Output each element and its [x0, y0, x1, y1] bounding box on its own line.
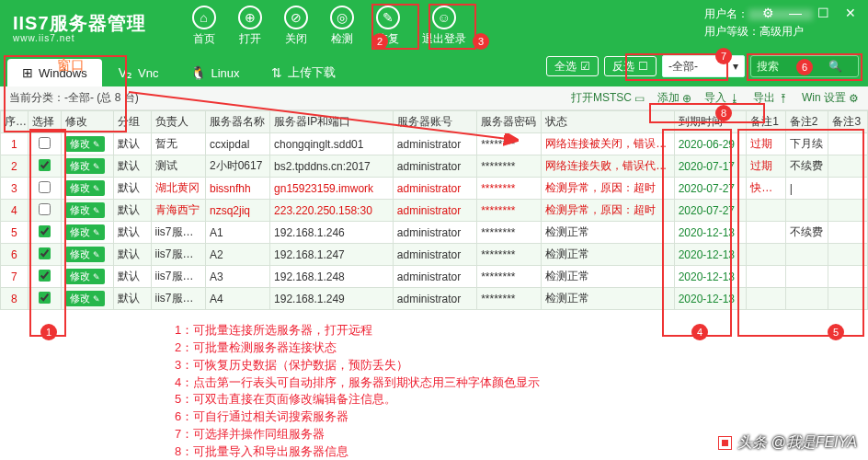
row-checkbox[interactable]	[39, 137, 51, 149]
col-header[interactable]: 修改	[61, 111, 113, 133]
legend-line: 2：可批量检测服务器连接状态	[175, 339, 540, 357]
table-row[interactable]: 1修改 ✎默认暂无ccxipdalchongqinglt.sdd01admini…	[1, 133, 868, 155]
app-subtitle: www.iis7.net	[13, 33, 146, 43]
tool-logout[interactable]: ☺退出登录	[422, 6, 466, 47]
open-mstsc-button[interactable]: 打开MSTSC ▭	[571, 90, 645, 106]
col-header[interactable]: 备注1	[747, 111, 785, 133]
summary-text: 当前分类：-全部- (总 8 台)	[9, 90, 139, 106]
legend-line: 6：可自行通过相关词搜索服务器	[175, 408, 540, 426]
row-checkbox[interactable]	[39, 203, 51, 215]
row-checkbox[interactable]	[39, 181, 51, 193]
status-cell: 网络连接被关闭，错误代码	[542, 133, 674, 155]
status-cell: 检测正常	[542, 222, 674, 244]
server-table: 序号选择修改分组负责人服务器名称服务器IP和端口服务器账号服务器密码状态到期时间…	[0, 110, 868, 310]
add-button[interactable]: 添加 ⊕	[657, 90, 691, 106]
badge-4: 4	[691, 324, 708, 340]
status-cell: 网络连接失败，错误代码5	[542, 155, 674, 178]
window-controls: ⚙ — ☐ ✕	[758, 4, 861, 22]
search-box[interactable]: 🔍	[750, 55, 859, 77]
col-header[interactable]: 服务器名称	[205, 111, 269, 133]
legend-line: 5：可双击直接在页面修改编辑备注信息。	[175, 391, 540, 408]
status-cell: 检测正常	[542, 266, 674, 288]
legend-line: 4：点击第一行表头可自动排序，服务器到期状态用三种字体颜色显示	[175, 374, 540, 392]
row-checkbox[interactable]	[39, 270, 51, 282]
col-header[interactable]: 状态	[542, 111, 674, 133]
tool-close[interactable]: ⊘关闭	[284, 6, 308, 47]
legend-line: 7：可选择并操作同组服务器	[175, 426, 540, 443]
linux-icon: 🐧	[190, 65, 206, 80]
home-icon: ⌂	[192, 6, 216, 29]
close-button[interactable]: ✕	[840, 4, 861, 22]
row-checkbox[interactable]	[39, 159, 51, 171]
tool-open[interactable]: ⊕打开	[238, 6, 262, 47]
win-settings-button[interactable]: Win 设置 ⚙	[802, 90, 859, 106]
status-cell: 检测正常	[542, 288, 674, 310]
expire-cell: 2020-07-17	[674, 155, 747, 178]
updown-icon: ⇅	[271, 65, 282, 80]
title-bar: IIS7服务器管理 www.iis7.net ⌂首页⊕打开⊘关闭◎检测✎恢复☺退…	[0, 0, 868, 52]
table-row[interactable]: 6修改 ✎默认iis7服务器A2192.168.1.247administrat…	[1, 244, 868, 266]
search-icon[interactable]: 🔍	[828, 60, 842, 73]
col-header[interactable]: 序号	[1, 111, 29, 133]
col-header[interactable]: 选择	[28, 111, 61, 133]
modify-button[interactable]: 修改 ✎	[65, 202, 105, 218]
search-input[interactable]	[757, 60, 828, 73]
settings-icon[interactable]: ⚙	[758, 4, 778, 22]
close-icon: ⊘	[284, 6, 308, 29]
modify-button[interactable]: 修改 ✎	[65, 291, 105, 306]
table-row[interactable]: 4修改 ✎默认青海西宁nzsq2jiq223.220.250.158:30adm…	[1, 200, 868, 222]
col-header[interactable]: 服务器账号	[393, 111, 476, 133]
tool-detect[interactable]: ◎检测	[330, 6, 354, 47]
action-bar: 打开MSTSC ▭ 添加 ⊕ 导入 ⭳ 导出 ⭱ Win 设置 ⚙	[571, 90, 859, 106]
col-header[interactable]: 备注2	[785, 111, 828, 133]
modify-button[interactable]: 修改 ✎	[65, 224, 105, 240]
row-checkbox[interactable]	[39, 292, 51, 304]
status-cell: 检测异常，原因：超时	[542, 200, 674, 222]
import-button[interactable]: 导入 ⭳	[704, 90, 740, 106]
table-row[interactable]: 7修改 ✎默认iis7服务器A3192.168.1.248administrat…	[1, 266, 868, 288]
watermark: 头条 @我是FEIYA	[718, 433, 857, 453]
tab-windows[interactable]: ⊞Windows	[7, 59, 102, 86]
badge-5: 5	[828, 324, 844, 340]
col-header[interactable]: 备注3	[828, 111, 868, 133]
minimize-button[interactable]: —	[785, 4, 805, 22]
table-row[interactable]: 8修改 ✎默认iis7服务器A4192.168.1.249administrat…	[1, 288, 868, 310]
col-header[interactable]: 分组	[114, 111, 151, 133]
tool-home[interactable]: ⌂首页	[192, 6, 216, 47]
table-header-row[interactable]: 序号选择修改分组负责人服务器名称服务器IP和端口服务器账号服务器密码状态到期时间…	[1, 111, 868, 133]
modify-button[interactable]: 修改 ✎	[65, 269, 105, 284]
legend-line: 3：可恢复历史数据（保护数据，预防丢失）	[175, 357, 540, 374]
vnc-icon: V₂	[119, 65, 132, 80]
server-grid: 序号选择修改分组负责人服务器名称服务器IP和端口服务器账号服务器密码状态到期时间…	[0, 110, 868, 310]
tab-updown[interactable]: ⇅上传下载	[257, 59, 350, 86]
app-logo: IIS7服务器管理 www.iis7.net	[0, 9, 157, 43]
window-tab-label: 窗口	[57, 57, 85, 75]
tab-linux[interactable]: 🐧Linux	[176, 59, 255, 86]
table-row[interactable]: 2修改 ✎默认测试2小时0617bs2.tpddns.cn:2017admini…	[1, 155, 868, 178]
col-header[interactable]: 服务器IP和端口	[270, 111, 394, 133]
table-row[interactable]: 5修改 ✎默认iis7服务器A1192.168.1.246administrat…	[1, 222, 868, 244]
expire-cell: 2020-12-13	[674, 222, 747, 244]
invert-select-button[interactable]: 反选☐	[604, 56, 657, 76]
export-button[interactable]: 导出 ⭱	[753, 90, 789, 106]
expire-cell: 2020-12-13	[674, 266, 747, 288]
modify-button[interactable]: 修改 ✎	[65, 180, 105, 196]
maximize-button[interactable]: ☐	[813, 4, 833, 22]
select-all-button[interactable]: 全选☑	[546, 56, 599, 76]
main-toolbar: ⌂首页⊕打开⊘关闭◎检测✎恢复☺退出登录	[192, 6, 466, 47]
watermark-icon	[718, 436, 732, 450]
modify-button[interactable]: 修改 ✎	[65, 158, 105, 174]
row-checkbox[interactable]	[39, 225, 51, 237]
status-cell: 检测正常	[542, 244, 674, 266]
modify-button[interactable]: 修改 ✎	[65, 136, 105, 152]
restore-icon: ✎	[376, 6, 400, 29]
col-header[interactable]: 负责人	[151, 111, 205, 133]
row-checkbox[interactable]	[39, 247, 51, 259]
table-row[interactable]: 3修改 ✎默认湖北黄冈bissnfhhgn15923159.imworkadmi…	[1, 178, 868, 200]
tool-restore[interactable]: ✎恢复	[376, 6, 400, 47]
col-header[interactable]: 到期时间	[674, 111, 747, 133]
col-header[interactable]: 服务器密码	[477, 111, 542, 133]
group-filter-dropdown[interactable]: -全部-▾	[662, 55, 745, 77]
tab-vnc[interactable]: V₂Vnc	[104, 59, 174, 86]
modify-button[interactable]: 修改 ✎	[65, 247, 105, 262]
